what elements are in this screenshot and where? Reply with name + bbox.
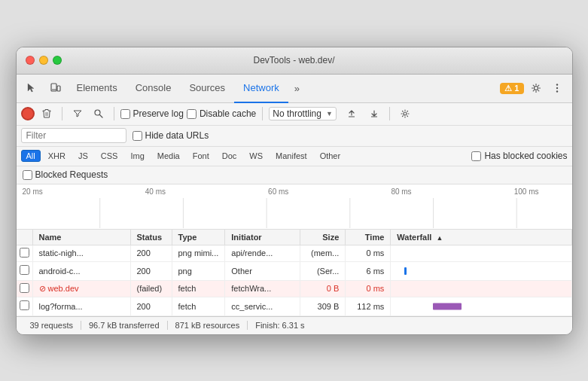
svg-point-4 <box>556 84 557 85</box>
th-status[interactable]: Status <box>130 230 172 245</box>
filter-img[interactable]: Img <box>125 150 149 162</box>
filter-all[interactable]: All <box>21 150 41 162</box>
table-row[interactable]: android-c... 200 png Other (Ser... 6 ms <box>17 261 572 280</box>
filter-font[interactable]: Font <box>187 150 215 162</box>
disable-cache-checkbox[interactable]: Disable cache <box>187 108 256 119</box>
filter-xhr[interactable]: XHR <box>43 150 71 162</box>
close-button[interactable] <box>26 56 35 65</box>
row-initiator[interactable]: cc_servic... <box>225 297 300 315</box>
filter-ws[interactable]: WS <box>244 150 268 162</box>
row-checkbox[interactable] <box>17 245 33 261</box>
clear-icon <box>41 108 52 119</box>
titlebar: DevTools - web.dev/ <box>17 47 572 75</box>
table-row[interactable]: log?forma... 200 fetch cc_servic... 309 … <box>17 297 572 315</box>
traffic-lights <box>26 56 62 65</box>
row-type: png <box>172 261 225 280</box>
row-checkbox[interactable] <box>17 297 33 315</box>
has-blocked-cookies-input[interactable] <box>471 151 481 161</box>
filter-media[interactable]: Media <box>152 150 185 162</box>
search-button[interactable] <box>90 105 108 123</box>
throttle-select[interactable]: No throttling ▼ <box>269 107 337 120</box>
filter-other[interactable]: Other <box>315 150 346 162</box>
devtools-window: DevTools - web.dev/ Elements Console Sou… <box>16 47 573 335</box>
table-row[interactable]: static-nigh... 200 png mimi... api/rende… <box>17 245 572 261</box>
svg-point-3 <box>534 87 538 90</box>
preserve-log-checkbox[interactable]: Preserve log <box>120 108 184 119</box>
row-status: 200 <box>130 297 172 315</box>
hide-data-urls-input[interactable] <box>133 131 142 141</box>
row-waterfall <box>391 245 571 261</box>
devtools-tabs: Elements Console Sources Network » ⚠ 1 <box>17 75 572 103</box>
network-toolbar: Preserve log Disable cache No throttling… <box>17 103 572 126</box>
row-type: fetch <box>172 297 225 315</box>
table-header-row: Name Status Type Initiator Size <box>17 230 572 245</box>
timeline-label-100ms: 100 ms <box>514 187 539 196</box>
hide-data-urls-checkbox[interactable]: Hide data URLs <box>133 130 209 141</box>
row-size: (Ser... <box>300 261 346 280</box>
network-settings-button[interactable] <box>396 105 414 123</box>
filter-manifest[interactable]: Manifest <box>270 150 312 162</box>
clear-button[interactable] <box>38 105 56 123</box>
warning-badge[interactable]: ⚠ 1 <box>500 83 523 94</box>
resources-size: 871 kB resources <box>168 321 248 330</box>
th-time[interactable]: Time <box>346 230 391 245</box>
filter-css[interactable]: CSS <box>96 150 123 162</box>
export-har-button[interactable] <box>365 105 383 123</box>
filter-toggle-button[interactable] <box>69 105 87 123</box>
dots-icon <box>552 83 562 93</box>
search-icon <box>93 108 104 119</box>
timeline-label-80ms: 80 ms <box>391 187 411 196</box>
inspect-element-button[interactable] <box>20 76 44 100</box>
cursor-icon <box>26 82 38 94</box>
maximize-button[interactable] <box>53 56 62 65</box>
filter-icon <box>72 108 83 119</box>
settings-icon <box>400 108 410 119</box>
row-time: 0 ms <box>346 245 391 261</box>
more-options-button[interactable] <box>548 79 566 97</box>
svg-point-9 <box>95 110 100 115</box>
statusbar: 39 requests 96.7 kB transferred 871 kB r… <box>17 316 572 334</box>
timeline-label-20ms: 20 ms <box>23 187 43 196</box>
network-table-container: Name Status Type Initiator Size <box>17 230 572 316</box>
row-waterfall <box>391 280 571 297</box>
minimize-button[interactable] <box>39 56 48 65</box>
tab-more[interactable]: » <box>288 80 306 97</box>
filter-js[interactable]: JS <box>73 150 93 162</box>
th-waterfall[interactable]: Waterfall <box>391 230 571 245</box>
has-blocked-cookies-checkbox[interactable]: Has blocked cookies <box>471 151 567 161</box>
row-initiator: Other <box>225 261 300 280</box>
filter-doc[interactable]: Doc <box>217 150 242 162</box>
tab-network[interactable]: Network <box>234 75 288 103</box>
th-initiator[interactable]: Initiator <box>225 230 300 245</box>
import-har-button[interactable] <box>343 105 361 123</box>
th-name[interactable]: Name <box>32 230 130 245</box>
row-type: png mimi... <box>172 245 225 261</box>
svg-point-5 <box>556 87 557 89</box>
tab-elements[interactable]: Elements <box>68 75 126 103</box>
tab-sources[interactable]: Sources <box>180 75 234 103</box>
svg-point-13 <box>404 112 407 115</box>
th-size[interactable]: Size <box>300 230 346 245</box>
table-row[interactable]: ⊘ web.dev (failed) fetch fetchWra... 0 B… <box>17 280 572 297</box>
disable-cache-input[interactable] <box>187 109 197 119</box>
row-status: 200 <box>130 245 172 261</box>
row-checkbox[interactable] <box>17 261 33 280</box>
network-table: Name Status Type Initiator Size <box>17 230 572 316</box>
tab-right-icons: ⚠ 1 <box>500 79 568 97</box>
preserve-log-input[interactable] <box>120 109 130 119</box>
device-toolbar-button[interactable] <box>44 76 68 100</box>
settings-button[interactable] <box>527 79 545 97</box>
svg-rect-1 <box>57 86 60 91</box>
th-type[interactable]: Type <box>172 230 225 245</box>
record-button[interactable] <box>21 107 35 120</box>
filter-types-bar: All XHR JS CSS Img Media Font Doc WS Man… <box>17 147 572 166</box>
row-checkbox[interactable] <box>17 280 33 297</box>
filter-input[interactable] <box>21 128 126 143</box>
row-time: 6 ms <box>346 261 391 280</box>
row-initiator: api/rende... <box>225 245 300 261</box>
upload-icon <box>347 109 356 118</box>
blocked-requests-input[interactable] <box>23 170 32 180</box>
row-waterfall <box>391 261 571 280</box>
row-initiator[interactable]: fetchWra... <box>225 280 300 297</box>
tab-console[interactable]: Console <box>126 75 181 103</box>
